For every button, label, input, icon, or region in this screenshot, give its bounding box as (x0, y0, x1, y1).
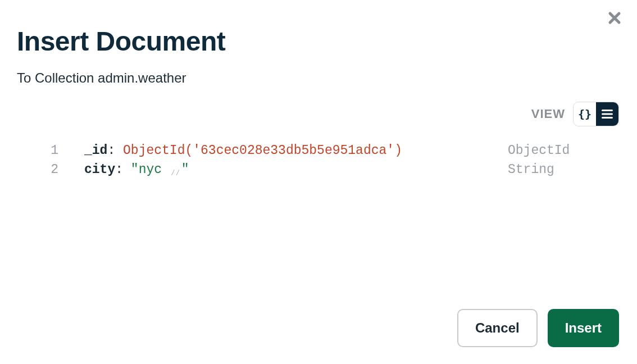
insert-button[interactable]: Insert (548, 309, 619, 347)
view-toggle-row: VIEW {} (17, 102, 620, 126)
braces-icon: {} (578, 107, 592, 121)
view-json-button[interactable]: {} (574, 102, 596, 126)
field-value-objectid: ObjectId('63cec028e33db5b5e951adca') (123, 141, 402, 160)
cancel-button[interactable]: Cancel (457, 309, 538, 347)
modal-footer: Cancel Insert (457, 309, 619, 347)
view-list-button[interactable] (596, 102, 618, 126)
line-code[interactable]: _id: ObjectId('63cec028e33db5b5e951adca'… (84, 141, 502, 160)
list-icon (601, 109, 613, 119)
line-number: 1 (17, 141, 84, 160)
modal-subtitle: To Collection admin.weather (17, 70, 620, 86)
insert-document-modal: Insert Document To Collection admin.weat… (0, 0, 637, 364)
text-cursor-icon: ⁄⁄ (171, 163, 180, 183)
view-label: VIEW (531, 107, 565, 121)
close-icon[interactable] (608, 11, 621, 25)
line-code[interactable]: city: "nyc ⁄⁄" (84, 160, 502, 180)
view-toggle: {} (573, 102, 619, 126)
svg-rect-1 (602, 113, 613, 115)
document-editor[interactable]: 1 _id: ObjectId('63cec028e33db5b5e951adc… (17, 141, 620, 180)
modal-title: Insert Document (17, 26, 620, 57)
editor-line: 2 city: "nyc ⁄⁄" String (17, 160, 620, 180)
svg-rect-0 (602, 110, 613, 111)
field-value-string: "nyc (131, 160, 170, 179)
field-key: city (84, 160, 115, 179)
field-type: ObjectId (502, 141, 620, 160)
svg-rect-2 (602, 117, 613, 119)
field-type: String (502, 160, 620, 179)
editor-line: 1 _id: ObjectId('63cec028e33db5b5e951adc… (17, 141, 620, 160)
field-key: _id (84, 141, 107, 160)
line-number: 2 (17, 160, 84, 179)
